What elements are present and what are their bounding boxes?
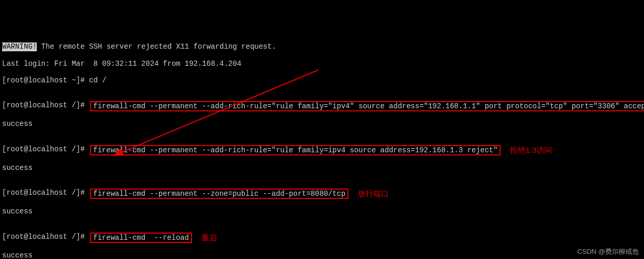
cmd-addport: firewall-cmd --permanent --zone=public -… [90,189,348,199]
annot-reload: 重启 [201,233,217,242]
cmd-reject: firewall-cmd --permanent --add-rich-rule… [90,145,501,155]
prompt-home: [root@localhost ~]# [2,76,89,84]
success-1: success [2,120,642,128]
cmd-cd: cd / [89,76,107,84]
terminal-output[interactable]: WARNING! The remote SSH server rejected … [2,34,642,259]
cmd-reload: firewall-cmd --reload [90,233,192,243]
last-login: Last login: Fri Mar 8 09:32:11 2024 from… [2,60,642,68]
cmd-allow: firewall-cmd --permanent --add-rich-rule… [90,101,644,111]
warning-msg: The remote SSH server rejected X11 forwa… [37,42,276,51]
success-3: success [2,207,642,215]
prompt: [root@localhost /]# [2,233,89,241]
warning-label: WARNING! [2,42,37,51]
annot-reject: 拒绝1.3访问 [510,146,552,154]
prompt: [root@localhost /]# [2,145,89,153]
annot-addport: 放行端口 [358,189,389,198]
prompt: [root@localhost /]# [2,189,89,197]
prompt: [root@localhost /]# [2,101,89,109]
success-4: success [2,251,642,259]
watermark: CSDN @费尔柳戒危 [577,248,639,256]
success-2: success [2,164,642,172]
